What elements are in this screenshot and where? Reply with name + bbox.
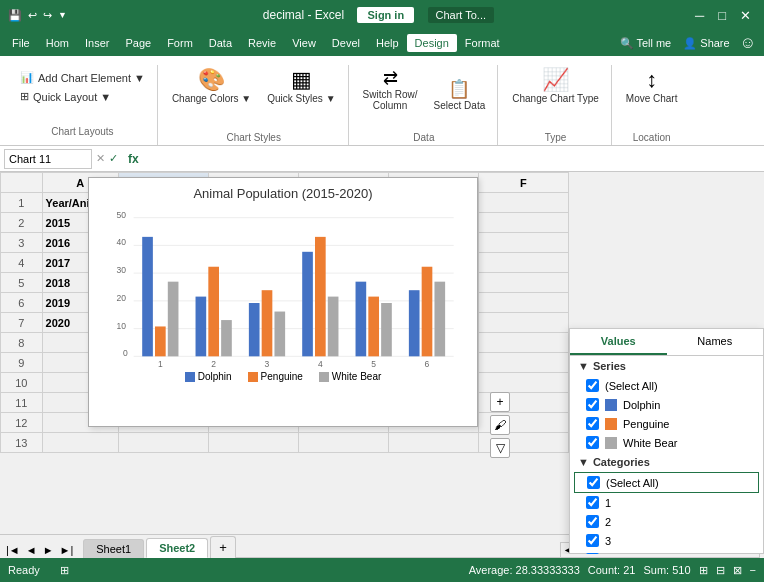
cell-f5[interactable]	[478, 273, 568, 293]
collapse-categories-icon[interactable]: ▼	[578, 456, 589, 468]
formula-bar: ✕ ✓ fx	[0, 146, 764, 172]
maximize-button[interactable]: □	[713, 6, 731, 25]
svg-rect-33	[422, 267, 433, 357]
cell-f4[interactable]	[478, 253, 568, 273]
series-dolphin[interactable]: Dolphin	[570, 395, 763, 414]
category-4[interactable]: 4	[570, 550, 763, 554]
filter-tab-values[interactable]: Values	[570, 329, 667, 355]
series-whitebear[interactable]: White Bear	[570, 433, 763, 452]
undo-icon[interactable]: ↩	[28, 9, 37, 22]
menu-help[interactable]: Help	[368, 34, 407, 52]
svg-rect-21	[262, 290, 273, 356]
menu-insert[interactable]: Inser	[77, 34, 117, 52]
category-1-checkbox[interactable]	[586, 496, 599, 509]
chart-style-button[interactable]: 🖌	[490, 415, 510, 435]
menu-data[interactable]: Data	[201, 34, 240, 52]
row-num-6: 6	[1, 293, 43, 313]
row-num-1: 1	[1, 193, 43, 213]
chart-area: 0 10 20 30 40 50 1	[97, 207, 469, 367]
zoom-out-icon[interactable]: −	[750, 564, 756, 576]
menu-design[interactable]: Design	[407, 34, 457, 52]
share-button[interactable]: 👤 Share	[677, 37, 735, 50]
more-icon[interactable]: ▼	[58, 10, 67, 20]
switch-row-column-button[interactable]: ⇄ Switch Row/Column	[357, 65, 424, 115]
sheet-tab-sheet2[interactable]: Sheet2	[146, 538, 208, 558]
cell-f2[interactable]	[478, 213, 568, 233]
categories-select-all[interactable]: (Select All)	[574, 472, 759, 493]
formula-input[interactable]	[149, 149, 760, 169]
collapse-series-icon[interactable]: ▼	[578, 360, 589, 372]
sheet-nav-first[interactable]: |◄	[4, 542, 22, 558]
minimize-button[interactable]: ─	[690, 6, 709, 25]
name-box[interactable]	[4, 149, 92, 169]
menu-page[interactable]: Page	[117, 34, 159, 52]
redo-icon[interactable]: ↪	[43, 9, 52, 22]
close-button[interactable]: ✕	[735, 6, 756, 25]
change-chart-type-button[interactable]: 📈 Change Chart Type	[506, 65, 605, 108]
svg-rect-16	[196, 297, 207, 357]
normal-view-icon[interactable]: ⊞	[699, 564, 708, 577]
menu-formulas[interactable]: Form	[159, 34, 201, 52]
category-3[interactable]: 3	[570, 531, 763, 550]
change-colors-button[interactable]: 🎨 Change Colors ▼	[166, 65, 257, 108]
category-3-checkbox[interactable]	[586, 534, 599, 547]
sheet-nav-last[interactable]: ►|	[58, 542, 76, 558]
series-penguine[interactable]: Penguine	[570, 414, 763, 433]
cell-f6[interactable]	[478, 293, 568, 313]
quick-layout-button[interactable]: ⊞ Quick Layout ▼	[16, 88, 149, 105]
move-chart-button[interactable]: ↕ Move Chart	[620, 65, 684, 108]
cell-f7[interactable]	[478, 313, 568, 333]
select-data-button[interactable]: 📋 Select Data	[428, 76, 492, 115]
category-2-checkbox[interactable]	[586, 515, 599, 528]
sheet-nav-next[interactable]: ►	[41, 542, 56, 558]
row-num-8: 8	[1, 333, 43, 353]
filter-tabs: Values Names	[570, 329, 763, 356]
page-layout-icon[interactable]: ⊟	[716, 564, 725, 577]
series-select-all[interactable]: (Select All)	[570, 376, 763, 395]
chart-add-button[interactable]: +	[490, 392, 510, 412]
menu-developer[interactable]: Devel	[324, 34, 368, 52]
row-num-11: 11	[1, 393, 43, 413]
status-cell-icon: ⊞	[60, 564, 69, 577]
cell-f3[interactable]	[478, 233, 568, 253]
menu-format[interactable]: Format	[457, 34, 508, 52]
series-penguine-checkbox[interactable]	[586, 417, 599, 430]
chart-overlay[interactable]: Animal Population (2015-2020) 0 10 20 30…	[88, 177, 478, 427]
category-2[interactable]: 2	[570, 512, 763, 531]
type-group-label: Type	[545, 132, 567, 145]
series-whitebear-checkbox[interactable]	[586, 436, 599, 449]
add-sheet-button[interactable]: +	[210, 536, 236, 558]
tell-me-input[interactable]: 🔍 Tell me	[614, 37, 678, 50]
chart-filter-button[interactable]: ▽	[490, 438, 510, 458]
page-break-icon[interactable]: ⊠	[733, 564, 742, 577]
menu-home[interactable]: Hom	[38, 34, 77, 52]
menu-file[interactable]: File	[4, 34, 38, 52]
legend-whitebear: White Bear	[319, 371, 381, 382]
count-label: Count: 21	[588, 564, 636, 576]
menu-view[interactable]: View	[284, 34, 324, 52]
sheet-tab-sheet1[interactable]: Sheet1	[83, 539, 144, 558]
categories-select-all-checkbox[interactable]	[587, 476, 600, 489]
series-dolphin-checkbox[interactable]	[586, 398, 599, 411]
cell-f1[interactable]	[478, 193, 568, 213]
quick-layout-icon: ⊞	[20, 90, 29, 103]
quick-styles-button[interactable]: ▦ Quick Styles ▼	[261, 65, 341, 108]
save-icon[interactable]: 💾	[8, 9, 22, 22]
smiley-icon: ☺	[736, 34, 760, 52]
data-buttons: ⇄ Switch Row/Column 📋 Select Data	[357, 65, 492, 115]
legend-dolphin: Dolphin	[185, 371, 232, 382]
signin-button[interactable]: Sign in	[357, 7, 414, 23]
confirm-formula-icon[interactable]: ✓	[109, 152, 118, 165]
series-select-all-checkbox[interactable]	[586, 379, 599, 392]
sheet-nav-prev[interactable]: ◄	[24, 542, 39, 558]
add-chart-element-button[interactable]: 📊 Add Chart Element ▼	[16, 69, 149, 86]
col-header-f[interactable]: F	[478, 173, 568, 193]
category-4-checkbox[interactable]	[586, 553, 599, 554]
filter-tab-names[interactable]: Names	[667, 329, 764, 355]
category-1[interactable]: 1	[570, 493, 763, 512]
menu-review[interactable]: Revie	[240, 34, 284, 52]
ready-label: Ready	[8, 564, 40, 576]
ribbon-group-type: 📈 Change Chart Type Type	[500, 65, 612, 145]
cancel-formula-icon[interactable]: ✕	[96, 152, 105, 165]
chart-legend: Dolphin Penguine White Bear	[97, 371, 469, 382]
